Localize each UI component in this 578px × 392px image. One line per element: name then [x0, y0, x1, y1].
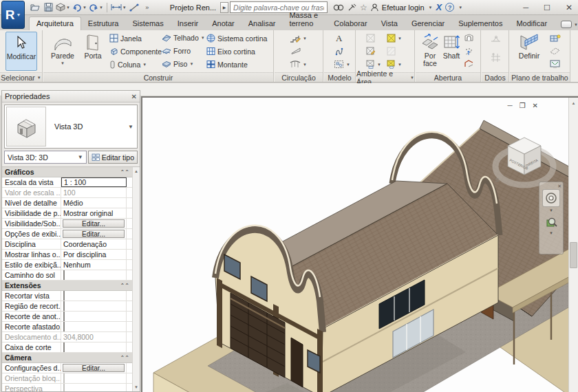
set-workplane-button[interactable]: Definir [515, 32, 543, 60]
annotation-crop-checkbox[interactable] [63, 312, 65, 321]
crop-view-checkbox[interactable] [63, 291, 65, 301]
scroll-up-icon[interactable]: ▲ [133, 167, 140, 175]
section-camera[interactable]: Câmera⌃⌃ [2, 353, 132, 363]
viewcube-south-label[interactable]: S [495, 177, 499, 183]
property-row[interactable]: Recorte afastado... [2, 322, 132, 332]
roof-button[interactable]: Telhado▼ [162, 34, 205, 42]
infocenter-expand-button[interactable]: ▶ [220, 2, 228, 13]
viewer-button[interactable] [550, 60, 560, 69]
shaft-opening-button[interactable]: Shaft [442, 32, 461, 60]
show-workplane-button[interactable] [550, 34, 561, 43]
view-scale-value[interactable]: 1 : 100 [61, 177, 127, 187]
tab-inserir[interactable]: Inserir [171, 17, 206, 30]
vertical-opening-button[interactable] [464, 47, 473, 56]
panel-label-ambiente[interactable]: Ambiente e Área▼ [356, 72, 414, 82]
chevron-down-icon[interactable]: ▼ [549, 208, 553, 213]
ramp-button[interactable] [291, 47, 301, 54]
zoom-button[interactable] [544, 215, 559, 230]
tab-sistemas[interactable]: Sistemas [125, 17, 170, 30]
property-row[interactable]: Visibilidade de p...Mostrar original [2, 208, 132, 219]
property-row[interactable]: Recortar vista [2, 291, 132, 301]
steering-wheel-button[interactable] [542, 189, 560, 207]
measure-button[interactable] [128, 1, 140, 14]
section-graficos[interactable]: Gráficos⌃⌃ [2, 167, 132, 177]
ref-plane-button[interactable] [550, 47, 560, 54]
property-row[interactable]: Caminho do sol [2, 270, 132, 281]
drawing-area[interactable]: S POSTERIOR DIREITA ─ ❐ ✕ ✕ ▼ ▼ ▲ [141, 96, 578, 392]
communication-center-icon[interactable] [347, 3, 356, 12]
model-text-button[interactable]: A [334, 33, 345, 43]
property-row[interactable]: Configurações d...Editar... [2, 363, 132, 373]
dormer-opening-button[interactable] [464, 60, 474, 68]
tab-anotar[interactable]: Anotar [205, 17, 241, 30]
model-group-button[interactable]: ▼ [334, 60, 350, 69]
modify-button[interactable]: Modificar [6, 32, 37, 71]
curtain-grid-button[interactable]: Eixo cortina [206, 47, 255, 56]
tab-analisar[interactable]: Analisar [242, 17, 283, 30]
property-row[interactable]: Mostrar linhas o...Por disciplina [2, 250, 132, 260]
level-button[interactable] [491, 35, 501, 43]
wall-opening-button[interactable] [464, 34, 474, 42]
maximize-button[interactable]: ☐ [544, 3, 550, 12]
close-icon[interactable]: ✕ [557, 184, 561, 188]
tag-room-button[interactable]: ▼ [366, 60, 381, 69]
ribbon-state-toggle[interactable]: ▼ [561, 21, 578, 28]
curtain-system-button[interactable]: Sistema cortina [206, 34, 267, 43]
area-button[interactable] [387, 47, 396, 56]
opening-by-face-button[interactable]: Por face [420, 32, 440, 67]
close-icon[interactable]: ✕ [131, 93, 137, 100]
favorites-star-icon[interactable]: ☆ [360, 3, 367, 12]
component-button[interactable]: Componente▼ [109, 47, 168, 56]
search-library-icon[interactable] [333, 3, 344, 12]
property-row[interactable]: Recorte de anot... [2, 312, 132, 322]
edit-button[interactable]: Editar... [63, 219, 125, 228]
section-extensoes[interactable]: Extensões⌃⌃ [2, 281, 132, 291]
type-selector[interactable]: Vista 3D ▼ [4, 105, 138, 149]
door-button[interactable]: Porta [81, 32, 105, 60]
chevron-down-icon[interactable]: ▼ [458, 6, 462, 10]
mullion-button[interactable]: Montante [206, 60, 248, 69]
tab-suplementos[interactable]: Suplementos [451, 17, 509, 30]
chevron-down-icon[interactable]: ▼ [128, 124, 133, 130]
view-selector-combo[interactable]: Vista 3D: 3D▼ [4, 151, 87, 164]
window-button[interactable]: Janela [109, 34, 142, 43]
undo-button[interactable]: ▼ [72, 1, 87, 14]
properties-header[interactable]: Propriedades ✕ [2, 91, 140, 102]
tab-modificar[interactable]: Modificar [509, 17, 554, 30]
room-button[interactable] [366, 34, 375, 43]
chevron-down-icon[interactable]: ▼ [549, 231, 553, 235]
model-line-button[interactable] [334, 47, 345, 56]
property-row[interactable]: Nível de detalheMédio [2, 198, 132, 208]
redo-button[interactable]: ▼ [88, 1, 104, 14]
floor-button[interactable]: Piso▼ [162, 60, 193, 68]
edit-button[interactable]: Editar... [63, 230, 125, 238]
room-tag-edit-button[interactable] [366, 47, 375, 56]
stair-button[interactable]: ▼ [290, 34, 307, 43]
tag-area-button[interactable]: ▼ [387, 60, 402, 69]
edit-button[interactable]: Editar... [63, 364, 125, 372]
exchange-apps-icon[interactable]: X [436, 2, 442, 12]
view-close-button[interactable]: ✕ [533, 102, 538, 109]
tab-gerenciar[interactable]: Gerenciar [405, 17, 451, 30]
section-box-checkbox[interactable] [63, 342, 65, 352]
grid-button[interactable] [491, 53, 501, 63]
tab-vista[interactable]: Vista [374, 17, 405, 30]
minimize-button[interactable]: ─ [523, 3, 528, 12]
navigation-bar[interactable]: ✕ ▼ ▼ [539, 182, 564, 254]
application-menu-button[interactable]: R▼ [1, 1, 25, 29]
chevron-down-icon[interactable]: ▼ [429, 6, 433, 10]
property-row[interactable]: Região de recort... [2, 301, 132, 312]
close-button[interactable]: ✕ [566, 3, 572, 12]
default-3d-view-button[interactable]: ▼ [55, 1, 71, 14]
view-minimize-button[interactable]: ─ [508, 102, 513, 109]
property-row[interactable]: Estilo de exibiçã...Nenhum [2, 260, 132, 270]
viewport-scrollbar[interactable]: ▲ [568, 98, 578, 392]
property-row[interactable]: DisciplinaCoordenação [2, 239, 132, 250]
view-restore-button[interactable]: ❐ [520, 102, 526, 109]
far-clip-checkbox[interactable] [63, 322, 65, 331]
palette-scrollbar[interactable]: ▲ ▼ [132, 167, 140, 391]
tab-colaborar[interactable]: Colaborar [327, 17, 374, 30]
railing-button[interactable]: ▼ [290, 60, 307, 69]
property-row[interactable]: Caixa de corte [2, 342, 132, 353]
edit-type-button[interactable]: Editar tipo [88, 151, 138, 164]
